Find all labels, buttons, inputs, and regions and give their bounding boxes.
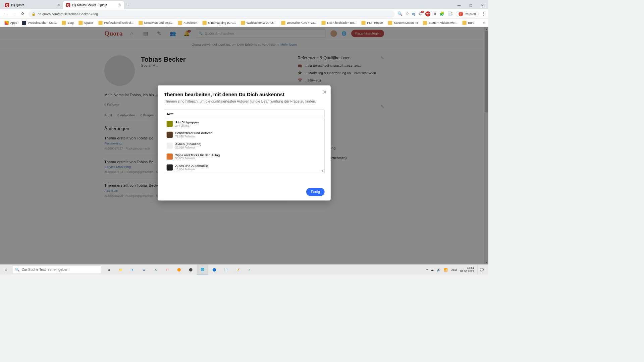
bookmark-apps[interactable]: Apps bbox=[3, 20, 19, 26]
topic-thumb-icon bbox=[167, 164, 173, 170]
profile-chip[interactable]: T Pausiert bbox=[456, 11, 479, 17]
search-icon: 🔍 bbox=[15, 267, 19, 272]
bookmark-item[interactable]: Später bbox=[77, 20, 96, 26]
tab-close-icon[interactable]: ✕ bbox=[118, 3, 121, 7]
spotify-icon[interactable]: ♪ bbox=[244, 264, 255, 275]
suggestion-item[interactable]: Aktien (Finanzen) 35.010 Follower bbox=[164, 140, 324, 151]
bookmark-item[interactable]: Büro bbox=[460, 20, 476, 26]
browser-tab-active[interactable]: Q (1) Tobias Becker - Quora ✕ bbox=[63, 1, 124, 9]
folder-icon bbox=[79, 21, 83, 25]
extension-abp-icon[interactable]: ABP bbox=[425, 11, 430, 16]
start-button[interactable]: ⊞ bbox=[0, 264, 12, 275]
folder-icon bbox=[462, 21, 466, 25]
extension-iq-icon[interactable]: IQ bbox=[412, 12, 415, 15]
volume-icon[interactable]: 🔊 bbox=[437, 268, 440, 272]
bookmark-item[interactable]: PDF Report bbox=[360, 20, 385, 26]
bookmarks-overflow[interactable]: » bbox=[482, 21, 486, 25]
tray-chevron-icon[interactable]: ^ bbox=[426, 268, 428, 272]
browser-chrome: Q (1) Quora ✕ Q (1) Tobias Becker - Quor… bbox=[0, 0, 488, 27]
bookmark-item[interactable]: Kursideen bbox=[176, 20, 199, 26]
suggestion-followers: 37 Follower bbox=[175, 124, 199, 127]
suggestion-item[interactable]: A+ (Blutgruppe) 37 Follower bbox=[164, 118, 324, 129]
suggestion-title: Schriftsteller und Autoren bbox=[175, 131, 212, 135]
folder-icon bbox=[423, 21, 427, 25]
address-bar: ← → ⟳ 🔒 de.quora.com/profile/Tobias-Beck… bbox=[0, 9, 488, 19]
tab-title: (1) Quora bbox=[11, 3, 24, 7]
star-icon[interactable]: ☆ bbox=[406, 11, 409, 16]
done-button[interactable]: Fertig bbox=[306, 188, 324, 196]
mail-icon[interactable]: 📧 bbox=[127, 264, 138, 275]
taskbar-search[interactable]: 🔍 Zur Suche Text hier eingeben bbox=[12, 265, 101, 274]
reload-button[interactable]: ⟳ bbox=[20, 11, 26, 16]
folder-icon bbox=[388, 21, 392, 25]
bookmark-item[interactable]: Steuern Lesen !!!! bbox=[386, 20, 420, 26]
edge-icon[interactable]: 🔵 bbox=[209, 264, 220, 275]
topic-thumb-icon bbox=[167, 131, 173, 137]
folder-icon bbox=[202, 21, 206, 25]
clock[interactable]: 15:51 01.03.2021 bbox=[460, 266, 474, 273]
folder-icon bbox=[241, 21, 245, 25]
bookmark-item[interactable]: Steuern Videos wic... bbox=[421, 20, 459, 26]
back-button[interactable]: ← bbox=[3, 12, 9, 16]
modal-title: Themen bearbeiten, mit denen Du Dich aus… bbox=[164, 92, 324, 97]
language-indicator[interactable]: DEU bbox=[450, 268, 457, 272]
url-input[interactable]: 🔒 de.quora.com/profile/Tobias-Becker-7/l… bbox=[29, 10, 395, 17]
modal-close-icon[interactable]: ✕ bbox=[323, 89, 327, 95]
suggestion-item[interactable]: Tipps und Tricks für den Alltag 50.063 F… bbox=[164, 151, 324, 162]
forward-button[interactable]: → bbox=[11, 12, 17, 16]
url-text: de.quora.com/profile/Tobias-Becker-7/log bbox=[38, 12, 98, 16]
zoom-icon[interactable]: 🔍 bbox=[397, 11, 402, 16]
bookmark-item[interactable]: Deutsche Kurs + Vo... bbox=[279, 20, 319, 26]
modal-subtitle: Themen sind hilfreich, um die qualifizie… bbox=[164, 99, 324, 104]
suggestion-followers: 16.084 Follower bbox=[175, 168, 208, 171]
bookmark-item[interactable]: Mindmapping (Gru... bbox=[200, 20, 238, 26]
app-icon[interactable]: 📄 bbox=[220, 264, 231, 275]
topic-thumb-icon bbox=[167, 154, 173, 160]
minimize-button[interactable]: — bbox=[453, 1, 465, 9]
extension-icons: 🔍 ☆ IQ 🏷8 ABP ⠿ 🧩 📑 T Pausiert ⋮ bbox=[397, 11, 486, 17]
new-tab-button[interactable]: + bbox=[124, 2, 132, 9]
folder-icon bbox=[178, 21, 182, 25]
extensions-menu-icon[interactable]: ⠿ bbox=[433, 11, 436, 16]
tab-title: (1) Tobias Becker - Quora bbox=[72, 3, 107, 7]
suggestion-item[interactable]: Autos und Automobile 16.084 Follower bbox=[164, 162, 324, 173]
explorer-icon[interactable]: 📁 bbox=[115, 264, 126, 275]
excel-icon[interactable]: X bbox=[150, 264, 161, 275]
bookmark-item[interactable]: Blog bbox=[60, 20, 76, 26]
bookmark-item[interactable]: Wahlfächer WU Aus... bbox=[239, 20, 278, 26]
powerpoint-icon[interactable]: P bbox=[162, 264, 173, 275]
wifi-icon[interactable]: 📶 bbox=[444, 268, 447, 272]
search-placeholder: Zur Suche Text hier eingeben bbox=[22, 267, 68, 272]
folder-icon bbox=[362, 21, 366, 25]
suggestion-title: Tipps und Tricks für den Alltag bbox=[175, 153, 220, 157]
bookmark-item[interactable]: Professionell Schrei... bbox=[96, 20, 136, 26]
topic-search-input[interactable] bbox=[164, 110, 324, 118]
close-window-button[interactable]: ✕ bbox=[477, 1, 488, 9]
browser-tab[interactable]: Q (1) Quora ✕ bbox=[2, 1, 63, 9]
folder-icon bbox=[62, 21, 66, 25]
notepad-icon[interactable]: 📝 bbox=[232, 264, 243, 275]
suggestion-followers: 71.526 Follower bbox=[175, 135, 212, 138]
onedrive-icon[interactable]: ☁ bbox=[431, 268, 434, 272]
extension-cart-icon[interactable]: 🏷8 bbox=[418, 12, 422, 16]
tab-close-icon[interactable]: ✕ bbox=[57, 3, 60, 7]
suggestion-title: Autos und Automobile bbox=[175, 164, 208, 168]
bookmark-item[interactable]: Kreativität und Insp... bbox=[137, 20, 175, 26]
extension-puzzle-icon[interactable]: 🧩 bbox=[439, 11, 444, 16]
extension-icon[interactable]: 📑 bbox=[448, 11, 453, 16]
word-icon[interactable]: W bbox=[139, 264, 150, 275]
system-tray: ^ ☁ 🔊 📶 DEU 15:51 01.03.2021 💬 bbox=[426, 264, 488, 275]
bookmark-item[interactable]: Produktsuche - Mer... bbox=[20, 20, 59, 26]
suggestion-item[interactable]: Schriftsteller und Autoren 71.526 Follow… bbox=[164, 129, 324, 140]
bookmark-icon bbox=[22, 21, 26, 25]
action-center-icon[interactable]: 💬 bbox=[477, 264, 486, 275]
obs-icon[interactable]: ⚫ bbox=[185, 264, 196, 275]
maximize-button[interactable]: ▢ bbox=[465, 1, 477, 9]
chrome-icon[interactable]: 🌐 bbox=[197, 264, 208, 275]
menu-icon[interactable]: ⋮ bbox=[482, 11, 486, 16]
dropdown-arrow-icon[interactable]: ▼ bbox=[321, 169, 324, 172]
folder-icon bbox=[98, 21, 102, 25]
bookmark-item[interactable]: Noch hochladen Bu... bbox=[320, 20, 359, 26]
task-view-icon[interactable]: ⧉ bbox=[103, 264, 114, 275]
app-icon[interactable]: 🟠 bbox=[173, 264, 184, 275]
